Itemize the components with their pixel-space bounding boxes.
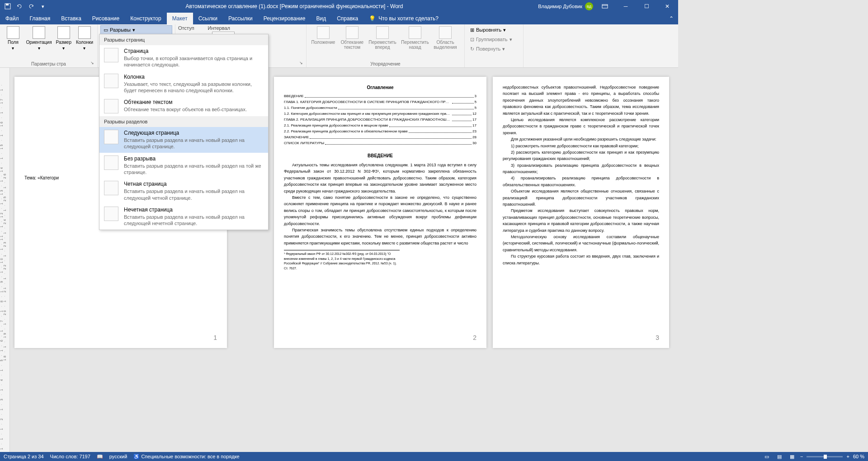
page-number-2: 2 bbox=[473, 333, 476, 343]
tab-review[interactable]: Рецензирование bbox=[258, 13, 311, 24]
column-break-icon bbox=[104, 74, 118, 88]
collapse-ribbon-button[interactable]: ⌃ bbox=[669, 15, 678, 22]
tab-layout[interactable]: Макет bbox=[167, 13, 193, 24]
tab-help[interactable]: Справка bbox=[331, 13, 363, 24]
ribbon: Поля▾ Ориентация▾ Размер▾ Колонки▾ Парам… bbox=[0, 24, 678, 68]
tab-draw[interactable]: Рисование bbox=[87, 13, 125, 24]
undo-button[interactable] bbox=[14, 1, 24, 11]
minimize-button[interactable]: ─ bbox=[617, 0, 635, 13]
menubar: Файл Главная Вставка Рисование Конструкт… bbox=[0, 13, 678, 24]
svg-rect-1 bbox=[6, 4, 9, 5]
toc-entry: ГЛАВА 2. РЕАЛИЗАЦИЯ ПРИНЦИПА ДОБРОСОВЕСТ… bbox=[284, 117, 476, 122]
breaks-section-pages: Разрывы страниц bbox=[99, 34, 268, 45]
selection-pane-button[interactable]: Область выделения bbox=[432, 25, 458, 51]
textwrap-break-icon bbox=[104, 99, 118, 113]
breaks-icon: ▭ bbox=[104, 27, 108, 33]
toc-entry: 2.1. Реализация принципа добросовестност… bbox=[284, 123, 476, 128]
breaks-dropdown: Разрывы страниц СтраницаВыбор точки, в к… bbox=[99, 34, 269, 230]
page-number-3: 3 bbox=[656, 333, 659, 343]
qat-customize[interactable]: ▾ bbox=[38, 1, 48, 11]
page-setup-group-label: Параметры стра bbox=[0, 61, 97, 66]
continuous-break-icon bbox=[104, 155, 118, 170]
break-column[interactable]: КолонкаУказывает, что текст, следующий з… bbox=[99, 71, 268, 97]
page-number-1: 1 bbox=[213, 333, 217, 343]
page-2[interactable]: Оглавление ВВЕДЕНИЕ3ГЛАВА 1. КАТЕГОРИЯ Д… bbox=[274, 77, 486, 348]
user-name[interactable]: Владимир Дубовик bbox=[538, 4, 582, 9]
margins-button[interactable]: Поля▾ bbox=[3, 25, 24, 52]
position-button: Положение bbox=[309, 25, 337, 46]
toc-entry: ЗАКЛЮЧЕНИЕ28 bbox=[284, 135, 476, 140]
tell-me-search[interactable]: 💡 Что вы хотите сделать? bbox=[363, 15, 444, 22]
arrange-group-label: Упорядочение bbox=[307, 61, 464, 66]
break-next-page[interactable]: Следующая страницаВставить разрыв раздел… bbox=[99, 127, 268, 153]
break-odd-page[interactable]: Нечетная страницаВставить разрыв раздела… bbox=[99, 204, 268, 230]
breaks-button[interactable]: ▭ Разрывы▾ bbox=[100, 25, 172, 34]
tab-home[interactable]: Главная bbox=[24, 13, 56, 24]
breaks-section-sections: Разрывы разделов bbox=[99, 116, 268, 127]
orientation-button[interactable]: Ориентация▾ bbox=[25, 25, 53, 52]
break-textwrap[interactable]: Обтекание текстомОбтекание текста вокруг… bbox=[99, 96, 268, 116]
page-setup-launcher[interactable]: ↘ bbox=[90, 61, 96, 66]
toc-entry: 1.2. Категория добросовестности как прин… bbox=[284, 111, 476, 117]
lightbulb-icon: 💡 bbox=[369, 15, 376, 22]
backward-button: Переместить назад bbox=[400, 25, 430, 51]
ribbon-options-button[interactable] bbox=[596, 0, 614, 13]
redo-button[interactable] bbox=[26, 1, 36, 11]
rotate-icon: ↻ bbox=[470, 46, 474, 52]
user-avatar[interactable]: ВД bbox=[585, 2, 593, 10]
forward-button: Переместить вперед bbox=[367, 25, 398, 51]
tab-mailings[interactable]: Рассылки bbox=[223, 13, 258, 24]
size-button[interactable]: Размер▾ bbox=[55, 25, 73, 52]
group-button: ⊡Группировать ▾ bbox=[467, 35, 520, 44]
tab-file[interactable]: Файл bbox=[0, 13, 24, 24]
group-icon: ⊡ bbox=[470, 37, 474, 42]
break-page[interactable]: СтраницаВыбор точки, в которой заканчива… bbox=[99, 45, 268, 71]
spacing-label: Интервал bbox=[208, 25, 235, 31]
tab-references[interactable]: Ссылки bbox=[193, 13, 223, 24]
maximize-button[interactable]: ☐ bbox=[637, 0, 656, 13]
align-icon: ⊞ bbox=[470, 27, 474, 33]
paragraph-launcher[interactable]: ↘ bbox=[299, 61, 305, 66]
toc-entry: 2.2. Реализация принципа добросовестност… bbox=[284, 129, 476, 134]
wrap-button: Обтекание текстом bbox=[339, 25, 365, 51]
toc-entry: ГЛАВА 1. КАТЕГОРИЯ ДОБРОСОВЕСТНОСТИ В СИ… bbox=[284, 99, 476, 105]
toc-entry: ВВЕДЕНИЕ3 bbox=[284, 94, 476, 99]
page-3[interactable]: недобросовестных субъектов правоотношени… bbox=[493, 77, 669, 348]
align-button[interactable]: ⊞Выровнять ▾ bbox=[467, 25, 520, 34]
tab-insert[interactable]: Вставка bbox=[56, 13, 87, 24]
toc-entry: СПИСОК ЛИТЕРАТУРЫ30 bbox=[284, 141, 476, 146]
titlebar: ▾ Автоматическое оглавление (1).docx [Ре… bbox=[0, 0, 678, 13]
page-break-icon bbox=[104, 48, 118, 62]
columns-button[interactable]: Колонки▾ bbox=[75, 25, 94, 52]
close-button[interactable]: ✕ bbox=[658, 0, 676, 13]
indent-label: Отступ bbox=[178, 25, 194, 31]
vertical-ruler[interactable]: 1 · 1 · 1 · 2 · 1 · 3 · 1 · 4 · 1 · 5 · … bbox=[0, 68, 10, 362]
break-even-page[interactable]: Четная страницаВставить разрыв раздела и… bbox=[99, 178, 268, 204]
window-title: Автоматическое оглавление (1).docx [Режи… bbox=[51, 3, 538, 9]
tab-view[interactable]: Вид bbox=[311, 13, 331, 24]
rotate-button: ↻Повернуть ▾ bbox=[467, 44, 520, 53]
svg-rect-2 bbox=[602, 5, 608, 8]
tab-design[interactable]: Конструктор bbox=[125, 13, 166, 24]
toc-entry: 1.1. Понятие добросовестности5 bbox=[284, 105, 476, 111]
evenpage-break-icon bbox=[104, 181, 118, 195]
nextpage-break-icon bbox=[104, 130, 118, 144]
break-continuous[interactable]: Без разрываВставить разрыв раздела и нач… bbox=[99, 153, 268, 179]
save-button[interactable] bbox=[3, 1, 13, 11]
oddpage-break-icon bbox=[104, 207, 118, 221]
